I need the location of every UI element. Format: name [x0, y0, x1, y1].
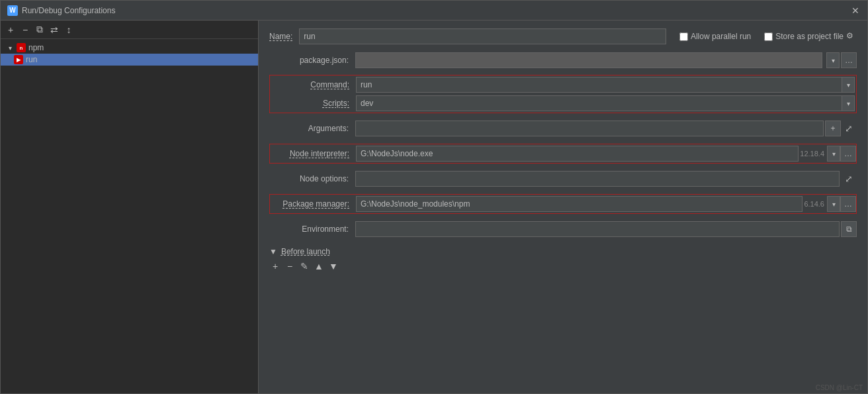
- package-manager-browse-btn[interactable]: …: [840, 196, 856, 212]
- node-options-input[interactable]: [355, 171, 840, 187]
- command-row: Command: run ▾: [270, 75, 856, 94]
- environment-copy-btn[interactable]: ⧉: [841, 221, 857, 237]
- arguments-expand-btn[interactable]: ⤢: [841, 121, 857, 136]
- config-tree: ▾ n npm ▶ run: [1, 39, 258, 393]
- app-icon: W: [7, 5, 18, 16]
- before-launch-down-btn[interactable]: ▼: [327, 260, 339, 272]
- npm-icon: n: [17, 43, 26, 52]
- name-header-row: Name: Allow parallel run Store as projec…: [269, 28, 857, 44]
- npm-tree-label: npm: [28, 43, 44, 52]
- node-interpreter-browse-btn[interactable]: …: [840, 146, 856, 162]
- package-json-dropdown-btn[interactable]: ▾: [826, 52, 840, 68]
- node-interpreter-row: Node interpreter: 12.18.4 ▾ …: [270, 144, 856, 163]
- before-launch-section: ▼ Before launch + − ✎ ▲ ▼: [269, 247, 857, 272]
- before-launch-toolbar: + − ✎ ▲ ▼: [269, 260, 857, 272]
- allow-parallel-label[interactable]: Allow parallel run: [679, 32, 751, 41]
- dialog-title: Run/Debug Configurations: [22, 6, 115, 15]
- package-manager-label: Package manager:: [270, 199, 356, 209]
- title-bar: W Run/Debug Configurations ✕: [1, 1, 867, 21]
- run-icon: ▶: [14, 55, 23, 64]
- gear-icon[interactable]: ⚙: [846, 31, 857, 42]
- package-manager-section: Package manager: 6.14.6 ▾ …: [269, 194, 857, 214]
- package-json-row: package.json: ▾ …: [269, 52, 857, 68]
- watermark: CSDN @Lin-CT: [816, 384, 863, 391]
- sort-config-button[interactable]: ↕: [63, 24, 75, 36]
- store-as-project-label[interactable]: Store as project file ⚙: [764, 31, 857, 42]
- tree-item-run[interactable]: ▶ run: [1, 54, 258, 66]
- copy-config-button[interactable]: ⧉: [34, 24, 46, 36]
- node-version-badge: 12.18.4: [800, 150, 824, 158]
- node-interpreter-dropdown-btn[interactable]: ▾: [827, 146, 840, 162]
- name-input[interactable]: [299, 28, 666, 44]
- dialog: W Run/Debug Configurations ✕ + − ⧉ ⇄ ↕ ▾…: [0, 0, 868, 394]
- environment-input[interactable]: [355, 221, 840, 237]
- remove-config-button[interactable]: −: [19, 24, 31, 36]
- tree-item-npm[interactable]: ▾ n npm: [1, 42, 258, 54]
- before-launch-edit-btn[interactable]: ✎: [298, 260, 310, 272]
- before-launch-remove-btn[interactable]: −: [284, 260, 296, 272]
- before-launch-up-btn[interactable]: ▲: [313, 260, 325, 272]
- expand-npm-icon: ▾: [6, 44, 14, 52]
- arguments-row: Arguments: + ⤢: [269, 120, 857, 137]
- arguments-label: Arguments:: [269, 124, 355, 133]
- scripts-label: Scripts:: [270, 99, 356, 108]
- node-interpreter-input[interactable]: [356, 146, 799, 162]
- scripts-row: Scripts: dev ▾: [270, 94, 856, 113]
- title-bar-left: W Run/Debug Configurations: [7, 5, 115, 16]
- left-panel: + − ⧉ ⇄ ↕ ▾ n npm ▶ run: [1, 21, 259, 393]
- environment-label: Environment:: [269, 224, 355, 234]
- before-launch-header: ▼ Before launch: [269, 247, 857, 256]
- run-tree-label: run: [26, 55, 37, 64]
- package-manager-version-badge: 6.14.6: [804, 200, 824, 208]
- node-options-label: Node options:: [269, 174, 355, 183]
- tree-toolbar: + − ⧉ ⇄ ↕: [1, 21, 258, 39]
- command-label: Command:: [270, 80, 356, 89]
- package-manager-dropdown-btn[interactable]: ▾: [827, 196, 840, 212]
- command-select[interactable]: run: [356, 77, 855, 93]
- package-manager-input[interactable]: [356, 196, 803, 212]
- right-panel: Name: Allow parallel run Store as projec…: [259, 21, 867, 393]
- allow-parallel-checkbox[interactable]: [679, 32, 688, 41]
- before-launch-expand-icon[interactable]: ▼: [269, 247, 277, 256]
- package-json-input-area: ▾ …: [355, 52, 857, 68]
- arguments-add-btn[interactable]: +: [825, 121, 841, 136]
- node-options-row: Node options: ⤢: [269, 170, 857, 187]
- package-json-browse-btn[interactable]: …: [841, 52, 857, 68]
- command-scripts-section: Command: run ▾ Scripts: dev: [269, 75, 857, 113]
- store-as-project-checkbox[interactable]: [764, 32, 773, 41]
- content-area: + − ⧉ ⇄ ↕ ▾ n npm ▶ run: [1, 21, 867, 393]
- name-row: Name:: [269, 28, 666, 44]
- node-interpreter-label: Node interpreter:: [270, 149, 356, 158]
- move-config-button[interactable]: ⇄: [48, 24, 60, 36]
- name-label: Name:: [269, 32, 292, 41]
- node-options-expand-btn[interactable]: ⤢: [841, 171, 857, 187]
- environment-row: Environment: ⧉: [269, 221, 857, 238]
- add-config-button[interactable]: +: [5, 24, 17, 36]
- before-launch-label: Before launch: [281, 247, 337, 256]
- close-button[interactable]: ✕: [850, 5, 861, 16]
- scripts-select[interactable]: dev: [356, 95, 855, 111]
- arguments-input[interactable]: [355, 121, 824, 136]
- node-interpreter-section: Node interpreter: 12.18.4 ▾ …: [269, 144, 857, 164]
- package-json-input[interactable]: [355, 52, 822, 68]
- package-manager-row: Package manager: 6.14.6 ▾ …: [270, 195, 856, 213]
- before-launch-add-btn[interactable]: +: [269, 260, 281, 272]
- package-json-label: package.json:: [269, 56, 355, 65]
